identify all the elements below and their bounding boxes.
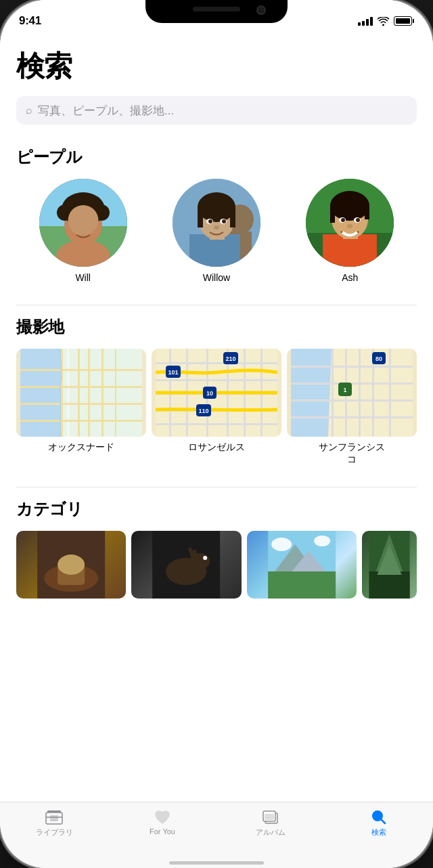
svg-point-25: [208, 219, 212, 223]
svg-point-9: [73, 222, 80, 227]
svg-rect-44: [68, 349, 69, 437]
tab-albums-label: アルバム: [256, 827, 286, 838]
screen: 9:41: [0, 0, 433, 868]
svg-rect-47: [101, 349, 104, 437]
svg-rect-99: [268, 571, 336, 599]
wifi-icon: [378, 16, 389, 26]
svg-rect-110: [50, 815, 58, 821]
category-item-1[interactable]: [16, 531, 126, 599]
svg-point-13: [80, 228, 87, 232]
svg-point-102: [271, 538, 292, 551]
avatar-will: [39, 179, 127, 267]
battery-icon: [394, 16, 414, 26]
for-you-icon: [153, 809, 172, 825]
status-time: 9:41: [19, 14, 41, 28]
tab-search-label: 検索: [371, 827, 386, 838]
page-title: 検索: [0, 34, 433, 96]
svg-point-12: [89, 223, 93, 227]
svg-point-8: [74, 195, 93, 214]
category-item-3[interactable]: [247, 531, 357, 599]
person-ash-name: Ash: [342, 272, 358, 283]
svg-rect-84: [291, 399, 413, 402]
svg-rect-52: [20, 420, 142, 422]
svg-point-26: [222, 219, 226, 223]
person-will[interactable]: Will: [16, 179, 150, 283]
svg-text:110: 110: [198, 408, 208, 414]
places-grid: オックスナード: [0, 349, 433, 476]
place-sf[interactable]: 80 1 サンフランシスコ: [287, 349, 417, 465]
svg-rect-45: [78, 349, 80, 437]
map-sf: 80 1: [287, 349, 417, 437]
places-section-title: 撮影地: [0, 311, 433, 349]
svg-point-38: [341, 218, 345, 222]
person-willow[interactable]: Willow: [150, 179, 283, 283]
search-placeholder: 写真、ピープル、撮影地...: [38, 103, 174, 118]
svg-rect-46: [88, 349, 90, 437]
camera: [256, 5, 266, 15]
svg-point-6: [57, 204, 73, 221]
category-item-4[interactable]: [362, 531, 417, 599]
phone-frame: 9:41: [0, 0, 433, 868]
svg-rect-79: [359, 349, 361, 437]
search-bar[interactable]: ⌕ 写真、ピープル、撮影地...: [16, 96, 417, 125]
person-ash[interactable]: Ash: [283, 179, 417, 283]
search-icon: ⌕: [26, 104, 32, 116]
svg-point-39: [356, 218, 360, 222]
svg-point-40: [347, 224, 352, 228]
svg-point-10: [87, 222, 93, 227]
svg-rect-113: [265, 814, 274, 820]
svg-text:10: 10: [206, 390, 213, 397]
home-bar: [169, 861, 264, 865]
svg-rect-61: [156, 362, 277, 364]
place-la-name: ロサンゼルス: [152, 441, 281, 453]
svg-rect-105: [369, 571, 409, 599]
place-la[interactable]: 101 10 110 210: [152, 349, 281, 465]
svg-rect-109: [47, 810, 61, 812]
categories-section-title: カテゴリ: [0, 493, 433, 531]
svg-text:1: 1: [343, 387, 346, 393]
map-oxnard: [16, 349, 146, 437]
tab-for-you-label: For You: [150, 827, 175, 836]
svg-text:80: 80: [375, 355, 382, 362]
home-indicator: [0, 863, 433, 868]
svg-rect-85: [291, 416, 413, 418]
svg-rect-30: [323, 234, 377, 267]
categories-section: カテゴリ: [0, 493, 433, 615]
place-sf-name: サンフランシスコ: [287, 441, 417, 465]
svg-point-7: [93, 204, 110, 221]
svg-rect-83: [291, 383, 413, 385]
svg-point-20: [198, 192, 235, 222]
svg-rect-34: [330, 206, 335, 223]
tab-bar: ライブラリ For You: [0, 802, 433, 863]
svg-rect-43: [61, 349, 63, 437]
tab-library[interactable]: ライブラリ: [0, 809, 108, 838]
avatar-willow: [173, 179, 260, 267]
person-willow-name: Willow: [203, 272, 230, 283]
svg-rect-21: [198, 207, 203, 227]
places-section: 撮影地: [0, 311, 433, 481]
people-section-title: ピープル: [0, 141, 433, 179]
svg-point-27: [214, 225, 219, 230]
category-item-2[interactable]: [131, 531, 241, 599]
signal-icon: [358, 16, 373, 26]
search-bar-container: ⌕ 写真、ピープル、撮影地...: [0, 96, 433, 141]
categories-grid: [0, 531, 433, 609]
svg-point-97: [203, 556, 207, 560]
albums-icon: [261, 809, 280, 825]
place-oxnard[interactable]: オックスナード: [16, 349, 146, 465]
svg-rect-82: [291, 366, 413, 368]
svg-rect-49: [20, 369, 142, 371]
tab-albums[interactable]: アルバム: [216, 809, 325, 838]
svg-rect-76: [332, 349, 334, 437]
tab-search[interactable]: 検索: [325, 809, 433, 838]
map-la: 101 10 110 210: [152, 349, 281, 437]
svg-rect-50: [20, 386, 142, 388]
main-content[interactable]: 検索 ⌕ 写真、ピープル、撮影地... ピープル: [0, 34, 433, 802]
svg-point-93: [58, 555, 85, 575]
svg-rect-48: [115, 349, 116, 437]
svg-rect-62: [156, 379, 277, 381]
svg-rect-42: [20, 349, 61, 437]
people-row: Will: [0, 179, 433, 294]
svg-rect-51: [20, 403, 142, 405]
tab-for-you[interactable]: For You: [108, 809, 216, 836]
